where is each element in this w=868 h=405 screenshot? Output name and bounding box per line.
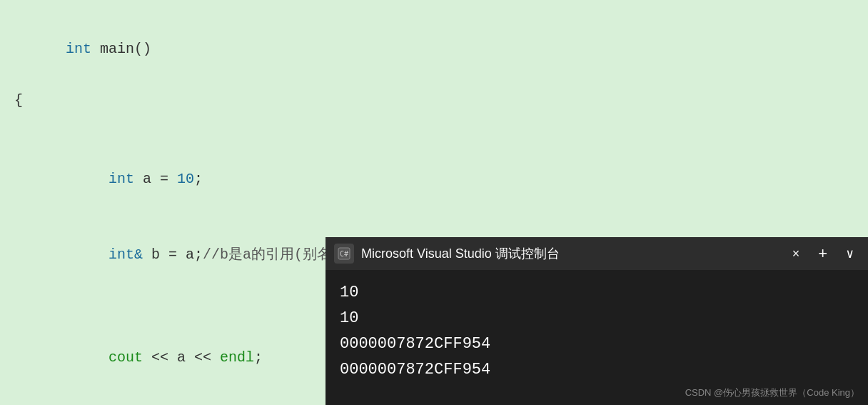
debug-icon: C# — [334, 244, 354, 264]
debug-title: Microsoft Visual Studio 调试控制台 — [361, 245, 779, 262]
editor-area: int main() { int a = 10; int& b = a;//b是… — [0, 0, 868, 405]
svg-text:C#: C# — [340, 250, 348, 258]
debug-console: C# Microsoft Visual Studio 调试控制台 × + ∨ 1… — [326, 237, 868, 405]
line-int-a: int a = 10; — [0, 141, 868, 217]
line-empty-1 — [0, 114, 868, 141]
debug-output: 10 10 0000007872CFF954 0000007872CFF954 — [326, 270, 868, 405]
debug-titlebar: C# Microsoft Visual Studio 调试控制台 × + ∨ — [326, 237, 868, 270]
debug-watermark: CSDN @伤心男孩拯救世界（Code King） — [685, 386, 859, 399]
debug-output-line-3: 0000007872CFF954 — [340, 331, 854, 357]
debug-output-line-4: 0000007872CFF954 — [340, 357, 854, 383]
debug-output-line-2: 10 — [340, 306, 854, 331]
line-main: int main() — [0, 11, 868, 87]
line-open-brace: { — [0, 87, 868, 114]
debug-close-button[interactable]: × — [787, 244, 806, 264]
debug-chevron-button[interactable]: ∨ — [840, 243, 859, 264]
debug-plus-button[interactable]: + — [812, 241, 833, 266]
debug-output-line-1: 10 — [340, 280, 854, 306]
fn-main: main — [100, 41, 134, 57]
keyword-int: int — [66, 41, 100, 57]
